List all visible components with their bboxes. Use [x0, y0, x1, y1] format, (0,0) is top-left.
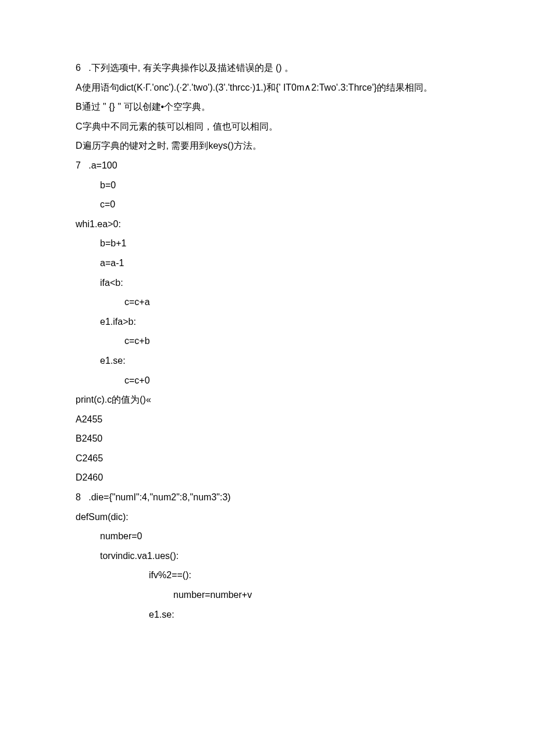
q8-code-line-5: ifv%2==(): [76, 565, 459, 585]
q7-code-line-7: ifa<b: [76, 273, 459, 293]
q8-code-line-4: torvindic.va1.ues(): [76, 546, 459, 566]
q6-option-b: B通过 " {} " 可以创建•个空字典。 [76, 97, 459, 117]
q7-code-line-9: e1.ifa>b: [76, 312, 459, 332]
q7-option-d: D2460 [76, 468, 459, 488]
q8-code-line-3: number=0 [76, 526, 459, 546]
q6-stem: 6 .下列选项中, 有关字典操作以及描述错误的是 () 。 [76, 58, 459, 78]
q7-option-a: A2455 [76, 410, 459, 429]
q8-code-line-6: number=number+v [76, 585, 459, 605]
q7-code-line-3: c=0 [76, 195, 459, 214]
q6-option-a: A使用语句dict(K·Γ.'onc').(·2'.'two').(3'.'th… [76, 78, 459, 98]
q7-code-line-10: c=c+b [76, 331, 459, 351]
q7-code-line-8: c=c+a [76, 292, 459, 312]
q8-code-line-2: defSum(dic): [76, 507, 459, 527]
q7-code-line-5: b=b+1 [76, 234, 459, 253]
q8-code-line-1: 8 .die={"numI":4,"num2":8,"num3":3) [76, 488, 459, 507]
q8-code-line-7: e1.se: [76, 605, 459, 625]
q6-option-c: C字典中不同元素的筷可以相同，值也可以相同。 [76, 117, 459, 137]
q7-code-line-6: a=a-1 [76, 253, 459, 273]
q7-code-line-2: b=0 [76, 175, 459, 195]
q7-code-line-12: c=c+0 [76, 371, 459, 390]
q6-option-d: D遍历字典的键对之时, 需要用到keys()方法。 [76, 136, 459, 156]
q7-option-b: B2450 [76, 429, 459, 449]
q7-code-line-4: whi1.ea>0: [76, 214, 459, 234]
q7-code-line-13: print(c).c的值为()« [76, 390, 459, 410]
q7-code-line-11: e1.se: [76, 351, 459, 371]
q7-option-c: C2465 [76, 449, 459, 468]
q7-code-line-1: 7 .a=100 [76, 156, 459, 175]
